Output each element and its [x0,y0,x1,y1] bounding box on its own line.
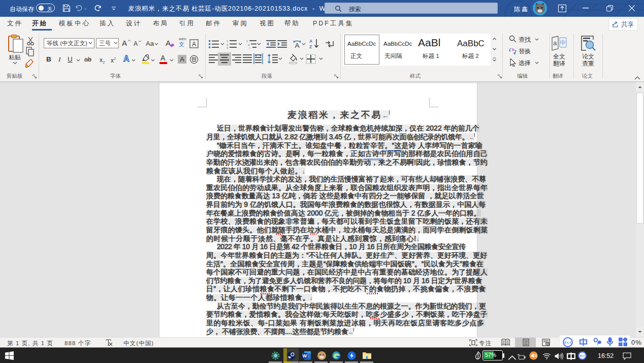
svg-text:W: W [303,353,307,358]
svg-text:A: A [192,41,196,48]
svg-text:2: 2 [227,43,228,46]
svg-text:iFLY: iFLY [580,355,585,357]
svg-text:A: A [295,42,299,48]
svg-text:i: i [249,46,250,49]
svg-text:a: a [553,39,557,47]
svg-text:A: A [309,39,312,44]
svg-text:a: a [248,43,250,46]
svg-text:1: 1 [227,40,228,43]
svg-text:Z: Z [309,44,312,49]
svg-text:1: 1 [246,40,248,43]
svg-text:中: 中 [560,39,566,46]
svg-text:3: 3 [227,46,228,49]
svg-text:iFLY: iFLY [564,341,572,344]
